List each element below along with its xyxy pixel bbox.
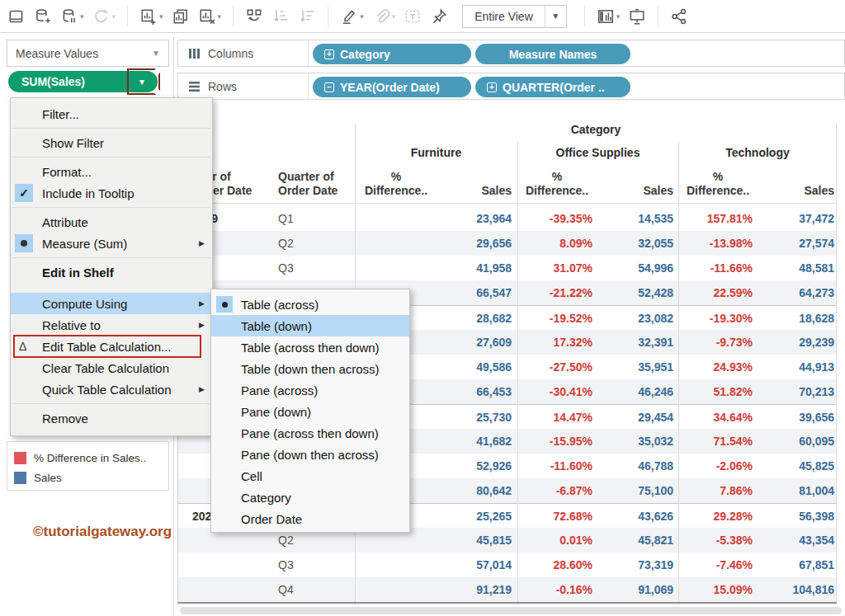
cell-technology-sales[interactable]: 39,656 (748, 405, 834, 430)
highlight-button[interactable]: ▾ (338, 4, 366, 29)
cell-furniture-sales[interactable]: 91,219 (429, 577, 512, 602)
menu-item-clear-table-calculation[interactable]: Clear Table Calculation (11, 357, 212, 379)
cell-furniture-sales[interactable]: 25,265 (429, 504, 512, 529)
cell-technology-sales[interactable]: 64,273 (748, 280, 834, 305)
cell-furniture-sales[interactable]: 23,964 (429, 206, 512, 231)
cell-office-supplies-pct-difference[interactable]: 17.32% (520, 330, 592, 355)
cell-technology-sales[interactable]: 81,004 (748, 478, 834, 503)
cell-office-supplies-pct-difference[interactable]: 31.07% (520, 256, 592, 280)
submenu-item-cell[interactable]: Cell (211, 465, 409, 487)
cell-office-supplies-sales[interactable]: 46,788 (591, 454, 673, 478)
cell-technology-pct-difference[interactable]: -11.66% (680, 256, 753, 280)
cell-furniture-sales[interactable]: 28,682 (429, 306, 512, 331)
cell-office-supplies-sales[interactable]: 73,319 (591, 553, 673, 577)
menu-item-include-in-tooltip[interactable]: ✓ Include in Tooltip (11, 182, 212, 204)
cell-furniture-sales[interactable]: 25,730 (429, 405, 512, 430)
cell-office-supplies-pct-difference[interactable]: -19.52% (520, 306, 592, 331)
presentation-mode-button[interactable] (625, 4, 649, 29)
cell-office-supplies-sales[interactable]: 46,246 (591, 379, 673, 404)
clear-sheet-button[interactable]: ▾ (196, 4, 224, 29)
row-quarter-label[interactable]: Q1 (278, 206, 311, 231)
cell-technology-pct-difference[interactable]: 157.81% (680, 206, 753, 231)
cell-technology-sales[interactable]: 43,354 (748, 528, 834, 553)
chevron-down-icon[interactable]: ▾ (616, 12, 621, 21)
chevron-down-icon[interactable]: ▾ (80, 12, 84, 21)
cell-technology-pct-difference[interactable]: 22.59% (680, 280, 753, 305)
chevron-down-icon[interactable]: ▾ (360, 12, 364, 21)
fix-axes-button[interactable] (427, 4, 451, 29)
cell-technology-pct-difference[interactable]: -13.98% (680, 231, 753, 256)
cell-technology-sales[interactable]: 67,851 (748, 553, 834, 577)
blue-swatch[interactable] (14, 472, 26, 484)
cell-office-supplies-pct-difference[interactable]: -0.16% (520, 577, 592, 602)
cell-office-supplies-sales[interactable]: 32,391 (591, 330, 673, 355)
cell-furniture-sales[interactable]: 52,926 (429, 454, 512, 478)
cell-furniture-sales[interactable]: 45,815 (429, 528, 512, 553)
chevron-down-icon[interactable]: ▾ (159, 12, 163, 21)
cell-office-supplies-pct-difference[interactable]: -39.35% (520, 206, 592, 231)
cell-office-supplies-sales[interactable]: 91,069 (591, 577, 673, 602)
sort-ascending-button[interactable] (269, 4, 292, 29)
cell-office-supplies-sales[interactable]: 75,100 (591, 478, 673, 503)
new-data-source-button[interactable] (31, 4, 54, 29)
new-worksheet-button[interactable]: ▾ (137, 4, 166, 29)
submenu-item-pane-down[interactable]: Pane (down) (211, 401, 409, 422)
cell-office-supplies-pct-difference[interactable]: -6.87% (520, 478, 592, 503)
swap-rows-columns-button[interactable] (243, 4, 266, 29)
show-me-button[interactable]: ▾ (594, 4, 623, 29)
plus-icon[interactable]: + (487, 82, 497, 92)
menu-item-show-filter[interactable]: Show Filter (11, 132, 212, 153)
cell-office-supplies-pct-difference[interactable]: -21.22% (520, 280, 592, 305)
fit-selector[interactable]: Entire View ▼ (462, 5, 567, 28)
cell-office-supplies-sales[interactable]: 54,996 (591, 256, 673, 280)
menu-item-quick-table-calculation[interactable]: Quick Table Calculation ▶ (11, 379, 212, 400)
cell-technology-sales[interactable]: 45,825 (748, 454, 834, 478)
menu-item-relative-to[interactable]: Relative to ▶ (11, 314, 212, 336)
duplicate-sheet-button[interactable] (169, 4, 192, 29)
pill-quarter-order-date[interactable]: + QUARTER(Order .. (475, 77, 630, 97)
row-quarter-label[interactable]: Q3 (278, 256, 311, 280)
group-members-button[interactable]: ▾ (370, 4, 399, 29)
menu-item-attribute[interactable]: Attribute (11, 211, 212, 233)
cell-office-supplies-pct-difference[interactable]: 28.60% (520, 553, 592, 577)
cell-technology-pct-difference[interactable]: 7.86% (680, 478, 753, 503)
submenu-item-pane-down-then-across[interactable]: Pane (down then across) (211, 444, 409, 465)
row-quarter-label[interactable]: Q2 (278, 231, 311, 256)
cell-technology-sales[interactable]: 27,574 (748, 231, 834, 256)
cell-technology-sales[interactable]: 70,213 (748, 379, 834, 404)
menu-item-format[interactable]: Format... (11, 161, 212, 182)
cell-furniture-sales[interactable]: 41,682 (429, 429, 512, 454)
submenu-item-order-date[interactable]: Order Date (211, 508, 409, 529)
chevron-down-icon[interactable]: ▼ (545, 6, 566, 27)
cell-office-supplies-sales[interactable]: 14,535 (591, 206, 673, 231)
cell-office-supplies-sales[interactable]: 23,082 (591, 306, 673, 331)
cell-office-supplies-sales[interactable]: 35,951 (591, 355, 673, 379)
pill-measure-names[interactable]: Measure Names (475, 44, 630, 64)
cell-office-supplies-pct-difference[interactable]: 72.68% (520, 504, 592, 529)
cell-office-supplies-pct-difference[interactable]: -11.60% (520, 454, 592, 478)
show-mark-labels-button[interactable] (401, 4, 424, 29)
cell-furniture-sales[interactable]: 66,547 (429, 280, 512, 305)
cell-furniture-sales[interactable]: 29,656 (429, 231, 512, 256)
row-quarter-label[interactable]: Q3 (278, 553, 311, 577)
pill-year-order-date[interactable]: − YEAR(Order Date) (313, 77, 471, 97)
menu-item-filter[interactable]: Filter... (11, 103, 212, 125)
cell-technology-pct-difference[interactable]: 15.09% (680, 577, 753, 602)
cell-furniture-sales[interactable]: 80,642 (429, 478, 512, 503)
cell-office-supplies-pct-difference[interactable]: 0.01% (520, 528, 592, 553)
submenu-item-category[interactable]: Category (211, 487, 409, 508)
cell-office-supplies-sales[interactable]: 45,821 (591, 528, 673, 553)
technology-header[interactable]: Technology (678, 146, 837, 159)
cell-office-supplies-pct-difference[interactable]: -15.95% (520, 429, 592, 454)
menu-item-edit-table-calculation[interactable]: Δ Edit Table Calculation... (11, 336, 212, 357)
cell-office-supplies-sales[interactable]: 52,428 (591, 280, 673, 305)
submenu-item-table-across[interactable]: Table (across) (211, 294, 409, 315)
cell-technology-pct-difference[interactable]: -7.46% (680, 553, 753, 577)
cell-technology-pct-difference[interactable]: -19.30% (680, 306, 753, 331)
cell-technology-sales[interactable]: 48,581 (748, 256, 834, 280)
row-year-label[interactable] (192, 577, 230, 602)
cell-technology-pct-difference[interactable]: -2.06% (680, 454, 753, 478)
cell-office-supplies-pct-difference[interactable]: -27.50% (520, 355, 592, 379)
pause-auto-updates-button[interactable]: ▾ (58, 4, 87, 29)
submenu-item-table-down-then-across[interactable]: Table (down then across) (211, 358, 409, 379)
